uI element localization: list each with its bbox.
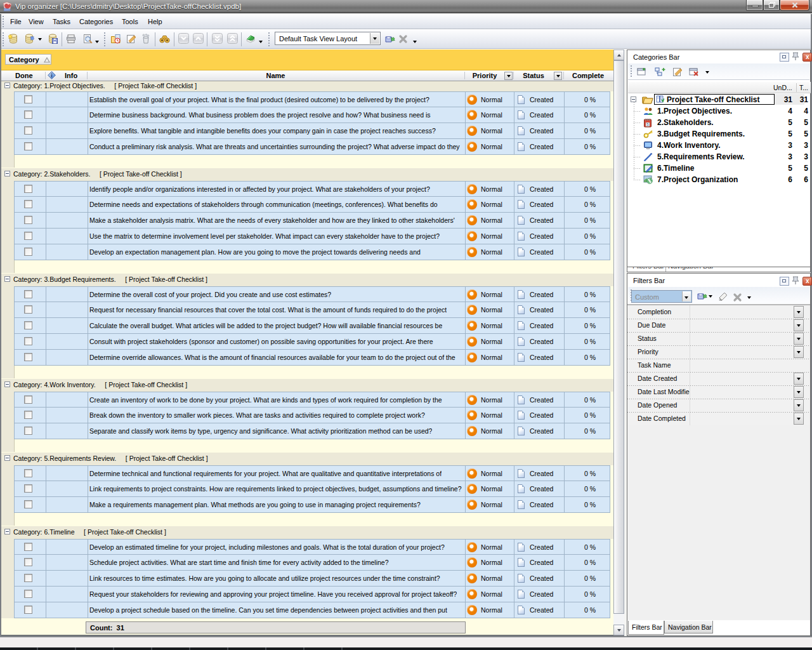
svg-text:i: i (51, 72, 53, 79)
